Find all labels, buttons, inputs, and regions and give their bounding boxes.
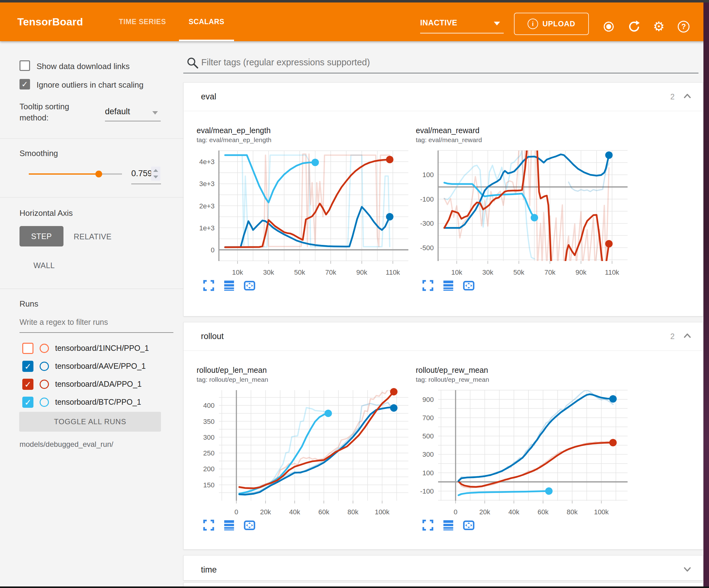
run-row: tensorboard/ADA/PPO_1 — [0, 375, 183, 393]
chevron-down-icon[interactable] — [682, 564, 692, 576]
fit-domain-icon[interactable] — [244, 519, 256, 531]
runs-heading: Runs — [20, 299, 38, 309]
data-table-icon[interactable] — [223, 280, 235, 291]
x-axis-label: 50k — [513, 269, 524, 276]
chart-block-rollout-ep_rew_mean: rollout/ep_rew_meantag: rollout/ep_rew_m… — [412, 366, 631, 531]
ignore-outliers-checkbox[interactable] — [20, 79, 30, 90]
axis-relative-button[interactable]: RELATIVE — [74, 232, 111, 241]
x-axis-label: 70k — [544, 269, 555, 276]
final-value-dot — [312, 158, 319, 166]
tooltip-sorting-underline — [105, 121, 161, 121]
x-axis-label: 50k — [294, 269, 305, 276]
run-row: tensorboard/1INCH/PPO_1 — [0, 339, 183, 357]
data-table-icon[interactable] — [442, 519, 454, 531]
smoothing-value: 0.759 — [131, 169, 152, 178]
y-axis-label: 150 — [203, 481, 215, 489]
data-table-icon[interactable] — [223, 519, 235, 531]
fit-domain-icon[interactable] — [463, 519, 475, 531]
y-axis-label: 300 — [422, 451, 434, 458]
chart-title: rollout/ep_len_mean — [196, 366, 412, 375]
window-bottom-strip — [0, 586, 709, 588]
fullscreen-icon[interactable] — [422, 280, 434, 291]
y-axis-label: 2e+3 — [199, 202, 215, 210]
chart-c3[interactable]: 020k40k60k80k100k150200250300350400 — [192, 386, 411, 518]
tooltip-sorting-select[interactable]: default — [105, 107, 130, 117]
chevron-up-icon[interactable] — [682, 331, 692, 342]
runs-filter-underline — [20, 332, 174, 333]
chart-c2[interactable]: 10k30k50k70k90k110k100-100-300-500 — [412, 147, 630, 278]
smoothing-label: Smoothing — [20, 149, 58, 158]
final-value-dot — [324, 410, 332, 417]
status-dropdown[interactable]: INACTIVE — [420, 17, 504, 33]
run-name: tensorboard/ADA/PPO_1 — [55, 380, 141, 389]
run-checkbox[interactable] — [22, 343, 33, 354]
chart-toolbar — [203, 519, 412, 531]
final-value-dot — [386, 213, 394, 221]
settings-sidebar: Show data download links Ignore outliers… — [0, 41, 183, 586]
chart-c1[interactable]: 10k30k50k70k90k110k01e+32e+33e+34e+3 — [192, 147, 411, 278]
chart-c4[interactable]: 020k40k60k80k100k900700500300100-100 — [412, 386, 630, 518]
app-header: TensorBoard TIME SERIES SCALARS INACTIVE… — [0, 2, 707, 41]
status-dropdown-underline — [420, 33, 504, 33]
axis-step-button[interactable]: STEP — [20, 226, 63, 247]
run-radio[interactable] — [40, 398, 49, 407]
x-axis-label: 80k — [347, 508, 359, 516]
fit-domain-icon[interactable] — [463, 280, 475, 291]
run-radio[interactable] — [40, 362, 49, 371]
upload-button[interactable]: i UPLOAD — [514, 13, 589, 35]
chart-toolbar — [422, 280, 631, 291]
x-axis-label: 40k — [508, 508, 520, 516]
show-download-links-checkbox[interactable] — [20, 60, 30, 71]
y-axis-label: 100 — [422, 171, 434, 179]
fullscreen-icon[interactable] — [422, 519, 434, 531]
fullscreen-icon[interactable] — [203, 280, 215, 291]
run-checkbox[interactable] — [22, 361, 33, 372]
refresh-icon[interactable] — [627, 20, 641, 33]
section-header-eval[interactable]: eval2 — [184, 83, 703, 111]
final-value-dot — [386, 156, 394, 163]
brightness-icon[interactable] — [602, 20, 615, 33]
final-value-dot — [609, 439, 617, 446]
section-header-time[interactable]: time — [184, 556, 703, 584]
chart-tag: tag: eval/mean_reward — [416, 136, 631, 144]
help-icon[interactable]: ? — [677, 20, 690, 33]
divider — [0, 138, 183, 139]
run-radio[interactable] — [40, 344, 49, 353]
y-axis-label: 350 — [203, 418, 215, 426]
tooltip-sorting-label-1: Tooltip sorting — [20, 102, 69, 111]
run-checkbox[interactable] — [22, 379, 33, 390]
tooltip-sorting-label-2: method: — [20, 113, 49, 123]
gear-icon[interactable]: ⚙ — [652, 20, 666, 33]
tag-filter-input[interactable] — [201, 57, 690, 68]
horizontal-axis-label: Horizontal Axis — [20, 208, 73, 218]
status-dropdown-value: INACTIVE — [420, 17, 504, 29]
smoothing-stepper[interactable] — [151, 167, 160, 181]
toggle-all-runs-button[interactable]: TOGGLE ALL RUNS — [19, 412, 161, 432]
run-row: tensorboard/BTC/PPO_1 — [0, 393, 183, 411]
y-axis-label: 700 — [422, 414, 434, 422]
tab-time-series[interactable]: TIME SERIES — [111, 2, 174, 41]
chevron-up-icon[interactable] — [682, 91, 692, 103]
tab-scalars[interactable]: SCALARS — [179, 2, 234, 41]
runs-filter-input[interactable] — [20, 318, 165, 327]
charts-row: eval/mean_ep_lengthtag: eval/mean_ep_len… — [184, 111, 703, 291]
run-radio[interactable] — [40, 380, 49, 389]
final-value-dot — [545, 487, 553, 495]
chart-block-eval-mean_ep_length: eval/mean_ep_lengthtag: eval/mean_ep_len… — [192, 126, 412, 291]
data-table-icon[interactable] — [442, 280, 454, 291]
axis-wall-button[interactable]: WALL — [33, 261, 55, 270]
final-value-dot — [390, 388, 397, 395]
window-top-strip — [0, 0, 709, 2]
smoothing-slider[interactable] — [29, 173, 122, 175]
smoothing-slider-thumb[interactable] — [95, 171, 102, 177]
charts-row: rollout/ep_len_meantag: rollout/ep_len_m… — [184, 351, 703, 531]
run-checkbox[interactable] — [22, 397, 33, 408]
chart-tag: tag: rollout/ep_rew_mean — [416, 376, 631, 383]
chart-tag: tag: eval/mean_ep_length — [196, 136, 412, 144]
section-header-rollout[interactable]: rollout2 — [184, 322, 703, 351]
x-axis-label: 40k — [289, 508, 300, 516]
chart-title: rollout/ep_rew_mean — [416, 366, 631, 375]
fit-domain-icon[interactable] — [244, 280, 256, 291]
final-value-dot — [605, 240, 613, 248]
fullscreen-icon[interactable] — [203, 519, 215, 531]
